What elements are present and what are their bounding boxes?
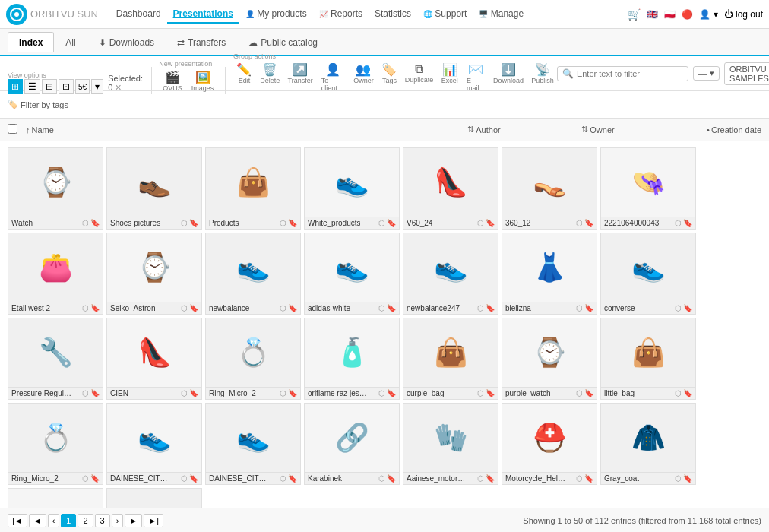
download-btn[interactable]: ⬇️ Download	[490, 60, 527, 94]
item-share-icon[interactable]: ⬡	[675, 304, 682, 312]
item-share-icon[interactable]: ⬡	[280, 219, 286, 227]
tab-downloads[interactable]: ⬇ Downloads	[87, 32, 166, 52]
page-1-btn[interactable]: 1	[61, 514, 76, 527]
item-share-icon[interactable]: ⬡	[576, 304, 583, 312]
item-bookmark-icon[interactable]: 🔖	[683, 219, 692, 227]
col-owner[interactable]: ⇅ Owner	[541, 125, 655, 135]
page-first-btn[interactable]: |◄	[8, 514, 27, 527]
item-share-icon[interactable]: ⬡	[181, 304, 188, 312]
grid-item[interactable]: 🧴 oriflame raz jeszcze ⬡ 🔖	[304, 318, 400, 400]
grid-item[interactable]: 👜 Brown_bag ⬡ 🔖	[106, 488, 202, 508]
item-bookmark-icon[interactable]: 🔖	[90, 474, 100, 483]
item-bookmark-icon[interactable]: 🔖	[683, 304, 692, 312]
filter-search[interactable]: 🔍	[557, 66, 688, 81]
view-size-btn[interactable]: 5€	[75, 79, 90, 94]
nav-reports[interactable]: 📈 Reports	[313, 5, 369, 24]
page-last-btn[interactable]: ►|	[144, 514, 163, 527]
page-next-single[interactable]: ›	[112, 514, 124, 527]
item-share-icon[interactable]: ⬡	[675, 389, 682, 397]
item-bookmark-icon[interactable]: 🔖	[683, 474, 692, 483]
tab-all[interactable]: All	[54, 32, 87, 52]
email-btn[interactable]: ✉️ E-mail	[463, 60, 489, 94]
item-share-icon[interactable]: ⬡	[181, 474, 188, 483]
nav-myproducts[interactable]: 👤 My products	[239, 5, 313, 24]
grid-item[interactable]: 👟 newbalance ⬡ 🔖	[205, 233, 301, 315]
nav-statistics[interactable]: Statistics	[369, 5, 417, 24]
user-account[interactable]: 👤 ▾	[699, 9, 717, 20]
page-2-btn[interactable]: 2	[78, 514, 93, 527]
page-next-btn[interactable]: ►	[125, 514, 142, 527]
page-3-btn[interactable]: 3	[95, 514, 110, 527]
item-share-icon[interactable]: ⬡	[181, 389, 188, 397]
item-share-icon[interactable]: ⬡	[82, 304, 89, 312]
item-bookmark-icon[interactable]: 🔖	[189, 474, 198, 483]
item-bookmark-icon[interactable]: 🔖	[288, 219, 297, 227]
grid-item[interactable]: 👡 360_12 ⬡ 🔖	[502, 147, 597, 230]
item-bookmark-icon[interactable]: 🔖	[486, 219, 495, 227]
nav-support[interactable]: 🌐 Support	[417, 5, 473, 24]
grid-item[interactable]: 👟 DAINESE_CITY3_sha... ⬡ 🔖	[106, 403, 202, 485]
tab-index[interactable]: Index	[8, 32, 54, 52]
item-share-icon[interactable]: ⬡	[675, 219, 682, 227]
item-share-icon[interactable]: ⬡	[477, 304, 484, 312]
item-bookmark-icon[interactable]: 🔖	[584, 474, 593, 483]
grid-item[interactable]: 👜 curple_bag ⬡ 🔖	[403, 318, 498, 400]
owner-btn[interactable]: 👥 Owner	[350, 60, 377, 94]
item-share-icon[interactable]: ⬡	[477, 389, 484, 397]
transfer-btn[interactable]: ↗️ Transfer	[284, 60, 315, 94]
item-share-icon[interactable]: ⬡	[378, 474, 385, 483]
grid-item[interactable]: 💍 Ring_Micro_2 ⬡ 🔖	[8, 403, 103, 485]
tab-public-catalog[interactable]: ☁ Public catalog	[237, 32, 329, 52]
grid-item[interactable]: 👟 converse ⬡ 🔖	[600, 233, 696, 315]
item-bookmark-icon[interactable]: 🔖	[387, 219, 396, 227]
delete-btn[interactable]: 🗑️ Delete	[257, 60, 283, 94]
duplicate-btn[interactable]: ⧉ Duplicate	[402, 60, 436, 94]
nav-manage[interactable]: 🖥️ Manage	[473, 5, 530, 24]
item-share-icon[interactable]: ⬡	[280, 304, 286, 312]
filter-input[interactable]	[577, 69, 683, 78]
grid-item[interactable]: 🔗 Karabinek ⬡ 🔖	[304, 403, 400, 485]
item-bookmark-icon[interactable]: 🔖	[288, 389, 297, 397]
item-share-icon[interactable]: ⬡	[378, 219, 385, 227]
grid-item[interactable]: 🧤 Aainese_motorcycle_... ⬡ 🔖	[403, 403, 498, 485]
view-thumb-btn[interactable]: ⊡	[59, 79, 74, 94]
select-all-checkbox[interactable]	[8, 124, 17, 134]
item-bookmark-icon[interactable]: 🔖	[90, 219, 100, 227]
item-share-icon[interactable]: ⬡	[477, 474, 484, 483]
item-bookmark-icon[interactable]: 🔖	[90, 389, 100, 397]
view-detail-btn[interactable]: ⊟	[42, 79, 57, 94]
view-expand-btn[interactable]: ▾	[91, 79, 103, 94]
grid-item[interactable]: 👜 Products ⬡ 🔖	[205, 147, 301, 230]
new-images-btn[interactable]: 🖼️ Images	[188, 68, 218, 94]
deselect-btn[interactable]: ✕	[115, 83, 122, 92]
nav-dashboard[interactable]: Dashboard	[110, 5, 167, 24]
item-bookmark-icon[interactable]: 🔖	[584, 219, 593, 227]
item-bookmark-icon[interactable]: 🔖	[683, 389, 692, 397]
item-bookmark-icon[interactable]: 🔖	[387, 304, 396, 312]
grid-item[interactable]: 🔧 Pressure Regulator A... ⬡ 🔖	[8, 318, 103, 400]
grid-item[interactable]: ⌚ purple_watch ⬡ 🔖	[502, 318, 597, 400]
item-share-icon[interactable]: ⬡	[378, 389, 385, 397]
view-list-btn[interactable]: ☰	[24, 79, 40, 94]
item-share-icon[interactable]: ⬡	[82, 219, 89, 227]
select-all-check[interactable]	[8, 124, 26, 136]
item-bookmark-icon[interactable]: 🔖	[584, 389, 593, 397]
item-bookmark-icon[interactable]: 🔖	[189, 219, 198, 227]
excel-btn[interactable]: 📊 Excel	[438, 60, 461, 94]
item-bookmark-icon[interactable]: 🔖	[486, 474, 495, 483]
grid-item[interactable]: 🧥 Gray_coat ⬡ 🔖	[600, 403, 696, 485]
tags-btn[interactable]: 🏷️ Tags	[378, 60, 400, 94]
logout-btn[interactable]: ⏻ log out	[724, 9, 763, 20]
grid-item[interactable]: 👟 DAINESE_CITY5_sha... ⬡ 🔖	[205, 403, 301, 485]
page-prev-btn[interactable]: ◄	[29, 514, 46, 527]
grid-item[interactable]: ⌚ Seiko_Astron ⬡ 🔖	[106, 233, 202, 315]
grid-item[interactable]: 👛 Etail west 2 ⬡ 🔖	[8, 233, 103, 315]
item-share-icon[interactable]: ⬡	[280, 474, 286, 483]
item-share-icon[interactable]: ⬡	[675, 474, 682, 483]
cart-icon[interactable]: 🛒	[628, 8, 641, 21]
item-bookmark-icon[interactable]: 🔖	[387, 389, 396, 397]
item-bookmark-icon[interactable]: 🔖	[288, 304, 297, 312]
grid-item[interactable]: ⛑️ Motorcycle_Helmet_... ⬡ 🔖	[502, 403, 597, 485]
filter-org[interactable]: ORBITVU SAMPLES (s...	[724, 62, 769, 85]
item-share-icon[interactable]: ⬡	[82, 389, 89, 397]
